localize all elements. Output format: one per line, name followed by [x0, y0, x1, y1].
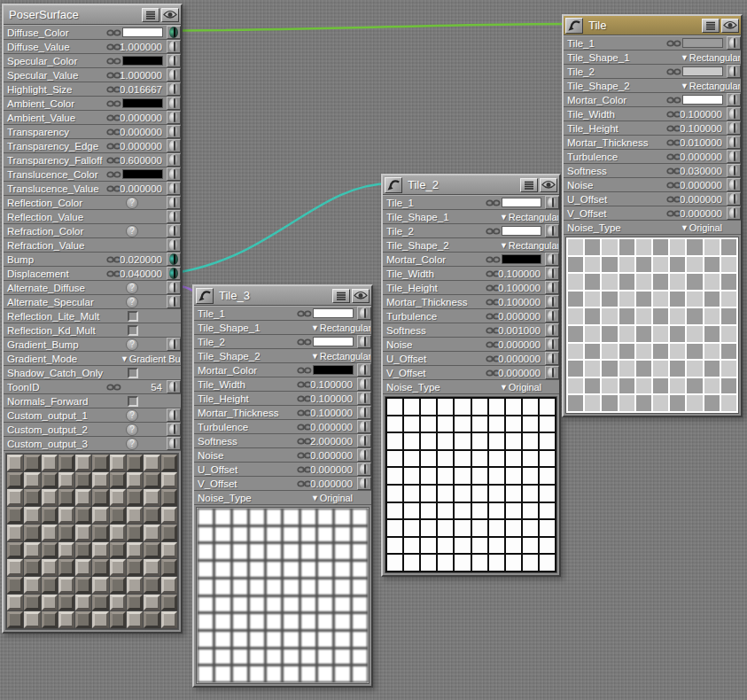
color-swatch[interactable] — [313, 337, 354, 346]
param-value[interactable]: 0.000000 — [120, 182, 162, 195]
dial-cell[interactable] — [727, 206, 741, 220]
param-value[interactable]: 0.000000 — [310, 463, 353, 476]
param-value[interactable]: 0.100000 — [498, 267, 541, 280]
dial-cell[interactable] — [357, 307, 371, 320]
node-tile3[interactable]: Tile_3Tile_1Tile_Shape_1▼RectangularTile… — [192, 284, 373, 688]
dial-knob-icon[interactable] — [169, 239, 178, 251]
dial-cell[interactable] — [357, 434, 371, 447]
dial-knob-icon[interactable] — [169, 55, 178, 66]
param-value[interactable]: 0.000000 — [680, 192, 722, 206]
dial-cell[interactable] — [545, 281, 559, 294]
dial-knob-icon[interactable] — [360, 336, 369, 347]
dial-cell[interactable] — [727, 107, 741, 121]
color-swatch[interactable] — [122, 27, 163, 37]
param-dropdown[interactable]: ▼Rectangular — [681, 51, 740, 64]
dial-cell[interactable] — [545, 309, 559, 323]
node-posersurface[interactable]: PoserSurfaceDiffuse_ColorDiffuse_Value1.… — [2, 4, 183, 634]
dial-cell[interactable] — [167, 408, 181, 422]
dial-cell[interactable] — [167, 224, 181, 237]
param-value[interactable]: 54 — [151, 380, 162, 393]
color-swatch[interactable] — [682, 66, 723, 76]
dial-cell[interactable] — [727, 178, 741, 191]
plug-icon[interactable] — [297, 366, 312, 374]
dial-knob-icon[interactable] — [729, 136, 738, 148]
dial-knob-icon[interactable] — [169, 140, 178, 152]
dial-cell[interactable] — [727, 36, 741, 50]
param-value[interactable]: 0.016667 — [120, 82, 162, 96]
dial-cell[interactable] — [167, 238, 181, 252]
param-value[interactable]: 0.000000 — [498, 366, 541, 379]
dial-knob-icon[interactable] — [169, 154, 178, 166]
preview-toggle-eye-icon[interactable] — [721, 19, 739, 33]
dial-cell[interactable] — [167, 295, 181, 308]
color-swatch[interactable] — [682, 38, 723, 48]
plug-icon[interactable] — [666, 67, 681, 75]
dial-knob-icon[interactable] — [169, 424, 178, 435]
dial-knob-icon[interactable] — [169, 97, 178, 109]
dial-knob-icon[interactable] — [729, 66, 738, 77]
dial-knob-icon[interactable] — [548, 310, 556, 322]
dial-cell[interactable] — [167, 68, 181, 82]
dial-knob-icon[interactable] — [360, 463, 369, 475]
param-value[interactable]: 0.000000 — [310, 420, 353, 433]
dial-knob-icon[interactable] — [360, 364, 369, 376]
dial-knob-icon[interactable] — [169, 83, 178, 95]
connection-wire-diffuse-color-to-tile[interactable] — [183, 24, 572, 31]
unknown-plug-icon[interactable]: ? — [126, 409, 138, 422]
properties-menu-icon[interactable] — [332, 289, 350, 303]
plug-icon[interactable] — [106, 57, 121, 65]
dial-knob-icon[interactable] — [729, 151, 738, 162]
plug-icon[interactable] — [486, 227, 501, 235]
dial-knob-icon[interactable] — [169, 268, 178, 279]
dial-knob-icon[interactable] — [169, 27, 178, 38]
param-value[interactable]: 0.030000 — [680, 164, 722, 177]
dial-knob-icon[interactable] — [360, 393, 369, 404]
dial-knob-icon[interactable] — [169, 225, 178, 237]
dial-cell[interactable] — [545, 366, 559, 379]
param-value[interactable]: 0.000000 — [120, 111, 162, 124]
dial-cell[interactable] — [545, 196, 559, 209]
param-value[interactable]: 0.000000 — [498, 338, 541, 351]
dial-cell[interactable] — [167, 139, 181, 152]
param-value[interactable]: 0.100000 — [680, 121, 722, 135]
dial-cell[interactable] — [545, 224, 559, 237]
dial-knob-icon[interactable] — [548, 253, 556, 265]
dial-cell[interactable] — [167, 380, 181, 393]
color-swatch[interactable] — [502, 254, 541, 264]
dial-cell[interactable] — [727, 150, 741, 163]
param-dropdown[interactable]: ▼Rectangular — [311, 321, 370, 334]
dial-knob-icon[interactable] — [548, 324, 556, 336]
dial-knob-icon[interactable] — [548, 353, 556, 364]
param-value[interactable]: 1.000000 — [120, 40, 162, 53]
color-swatch[interactable] — [502, 198, 541, 207]
node-header-tile3[interactable]: Tile_3 — [194, 286, 371, 306]
dial-knob-icon[interactable] — [729, 108, 738, 120]
dial-cell[interactable] — [167, 153, 181, 167]
plug-icon[interactable] — [486, 198, 501, 206]
dial-knob-icon[interactable] — [360, 407, 369, 418]
param-dropdown[interactable]: ▼Rectangular — [311, 349, 370, 362]
param-dropdown[interactable]: ▼Rectangular — [500, 210, 558, 223]
dial-knob-icon[interactable] — [169, 41, 178, 52]
dial-knob-icon[interactable] — [360, 449, 369, 461]
dial-cell[interactable] — [357, 448, 371, 462]
dial-knob-icon[interactable] — [548, 197, 556, 208]
param-value[interactable]: 0.000000 — [680, 206, 722, 220]
dial-cell[interactable] — [167, 338, 181, 351]
param-value[interactable]: 0.100000 — [680, 107, 722, 121]
dial-cell[interactable] — [167, 26, 181, 39]
param-value[interactable]: 1.000000 — [120, 68, 162, 82]
dial-cell[interactable] — [357, 463, 371, 476]
dial-knob-icon[interactable] — [169, 126, 178, 137]
dial-knob-icon[interactable] — [548, 296, 556, 307]
param-value[interactable]: 0.001000 — [498, 323, 541, 337]
param-value[interactable]: 0.000000 — [498, 309, 541, 323]
param-dropdown[interactable]: ▼Rectangular — [681, 79, 740, 92]
color-swatch[interactable] — [682, 95, 723, 105]
unknown-plug-icon[interactable]: ? — [126, 296, 138, 308]
dial-knob-icon[interactable] — [169, 438, 178, 449]
param-value[interactable]: 0.010000 — [680, 136, 722, 149]
preview-toggle-eye-icon[interactable] — [161, 8, 179, 22]
dial-cell[interactable] — [167, 111, 181, 124]
dial-knob-icon[interactable] — [169, 211, 178, 222]
